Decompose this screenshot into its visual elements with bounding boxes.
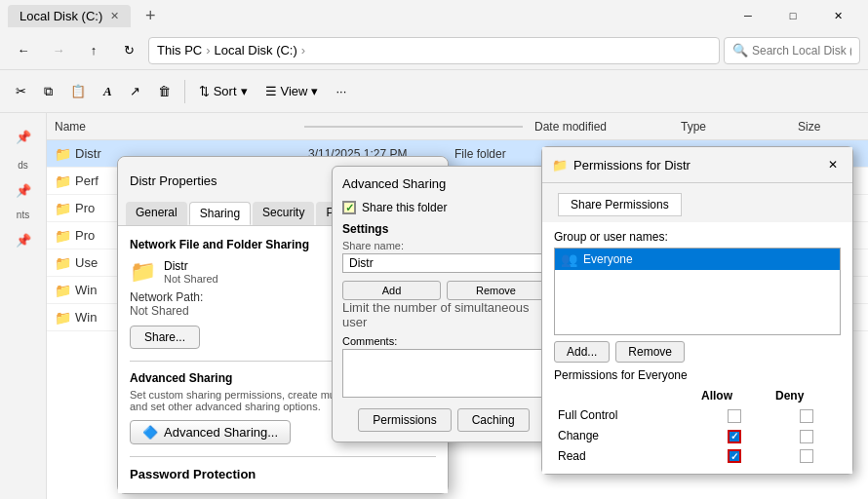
search-icon: 🔍 bbox=[732, 43, 748, 58]
file-name: Use bbox=[75, 255, 98, 270]
comments-textarea[interactable] bbox=[342, 349, 545, 398]
paste-icon: 📋 bbox=[70, 84, 86, 98]
remove-user-button[interactable]: Remove bbox=[615, 341, 685, 363]
up-button[interactable]: ↑ bbox=[78, 35, 109, 66]
share-name-input[interactable] bbox=[342, 253, 545, 273]
advanced-sharing-button[interactable]: 🔷 Advanced Sharing... bbox=[130, 420, 291, 444]
copy-icon: ⧉ bbox=[44, 84, 53, 99]
col-header-name[interactable]: Name bbox=[47, 120, 300, 134]
perm-row-fullcontrol: Full Control bbox=[554, 405, 841, 426]
maximize-button[interactable]: □ bbox=[770, 0, 815, 31]
folder-icon: 📁 bbox=[55, 310, 71, 326]
share-icon: ↗ bbox=[130, 84, 140, 98]
advanced-sharing-dialog: Advanced Sharing ✓ Share this folder Set… bbox=[332, 166, 556, 442]
share-name-row: Share name: bbox=[342, 240, 545, 273]
checkbox-fullcontrol-allow[interactable] bbox=[728, 409, 741, 423]
perm-deny-change[interactable] bbox=[771, 426, 841, 446]
share-button[interactable]: Share... bbox=[130, 326, 200, 349]
tab-general[interactable]: General bbox=[126, 202, 187, 225]
file-name: Pro bbox=[75, 201, 95, 215]
perm-row-change: Change bbox=[554, 426, 841, 446]
perm-allow-fullcontrol[interactable] bbox=[697, 405, 771, 426]
toolbar: ✂ ⧉ 📋 A ↗ 🗑 ⇅ Sort ▾ ☰ View ▾ ··· bbox=[0, 70, 868, 113]
tab-security[interactable]: Security bbox=[253, 202, 314, 225]
rename-icon: A bbox=[103, 84, 112, 99]
perm-tab-area: Share Permissions bbox=[542, 183, 852, 222]
folder-icon-large: 📁 bbox=[130, 259, 156, 285]
permissions-table: Allow Deny Full Control Change bbox=[554, 386, 841, 466]
paste-button[interactable]: 📋 bbox=[62, 76, 94, 107]
perm-deny-read[interactable] bbox=[771, 446, 841, 467]
tab-sharing[interactable]: Sharing bbox=[189, 202, 251, 225]
adv-sharing-title: Advanced Sharing bbox=[342, 176, 545, 191]
checkbox-change-deny[interactable] bbox=[800, 430, 813, 443]
sort-icon: ⇅ bbox=[199, 84, 210, 98]
file-name: Win bbox=[75, 283, 97, 297]
perm-deny-fullcontrol[interactable] bbox=[771, 405, 841, 426]
copy-button[interactable]: ⧉ bbox=[36, 76, 60, 107]
tab-close-icon[interactable]: ✕ bbox=[110, 10, 119, 22]
perm-folder-icon: 📁 bbox=[552, 158, 568, 173]
more-button[interactable]: ··· bbox=[328, 76, 354, 107]
checkbox-change-allow[interactable] bbox=[728, 430, 741, 443]
col-header-date[interactable]: Date modified bbox=[527, 120, 673, 134]
sidebar-pin-3[interactable]: 📌 bbox=[8, 224, 39, 255]
permissions-button[interactable]: Permissions bbox=[358, 408, 451, 432]
breadcrumb[interactable]: This PC › Local Disk (C:) › bbox=[148, 37, 720, 64]
delete-icon: 🗑 bbox=[158, 84, 171, 98]
perm-title-text: Permissions for Distr bbox=[573, 158, 690, 173]
folder-info: Distr Not Shared bbox=[164, 259, 218, 285]
col-allow: Allow bbox=[697, 386, 771, 405]
new-tab-button[interactable]: + bbox=[137, 2, 164, 29]
add-remove-buttons: Add Remove bbox=[342, 281, 545, 300]
add-user-button[interactable]: Add... bbox=[554, 341, 610, 363]
view-icon: ☰ bbox=[265, 84, 277, 98]
sidebar-label-ds: ds bbox=[18, 160, 28, 171]
view-chevron-icon: ▾ bbox=[311, 84, 318, 98]
checkbox-read-allow[interactable] bbox=[728, 449, 741, 463]
refresh-button[interactable]: ↻ bbox=[113, 35, 144, 66]
adv-share-btn-label: Advanced Sharing... bbox=[164, 425, 278, 440]
close-button[interactable]: ✕ bbox=[815, 0, 860, 31]
sort-button[interactable]: ⇅ Sort ▾ bbox=[191, 76, 256, 107]
perm-allow-read[interactable] bbox=[697, 446, 771, 467]
perm-name-read: Read bbox=[554, 446, 697, 467]
cut-button[interactable]: ✂ bbox=[8, 76, 34, 107]
sidebar-pin-2[interactable]: 📌 bbox=[8, 174, 39, 206]
sidebar-pin-1[interactable]: 📌 bbox=[8, 121, 39, 152]
header-separator bbox=[304, 126, 523, 128]
rename-button[interactable]: A bbox=[96, 76, 120, 107]
perm-title-bar: 📁 Permissions for Distr ✕ bbox=[542, 147, 852, 183]
share-folder-row: ✓ Share this folder bbox=[342, 201, 545, 214]
tab-label: Local Disk (C:) bbox=[20, 9, 102, 23]
share-checkbox-label: Share this folder bbox=[362, 201, 447, 214]
col-header-type[interactable]: Type bbox=[673, 120, 790, 134]
perm-section-title: Permissions for Everyone bbox=[554, 368, 841, 382]
user-row-everyone[interactable]: 👥 Everyone bbox=[555, 249, 840, 270]
remove-button[interactable]: Remove bbox=[447, 281, 545, 300]
col-header-size[interactable]: Size bbox=[790, 120, 868, 134]
checkbox-read-deny[interactable] bbox=[800, 449, 813, 463]
folder-icon: 📁 bbox=[55, 283, 71, 298]
folder-icon: 📁 bbox=[55, 255, 71, 271]
file-explorer-tab[interactable]: Local Disk (C:) ✕ bbox=[8, 5, 131, 27]
minimize-button[interactable]: ─ bbox=[726, 0, 770, 31]
caching-button[interactable]: Caching bbox=[457, 408, 530, 432]
share-permissions-tab[interactable]: Share Permissions bbox=[558, 193, 682, 216]
delete-button[interactable]: 🗑 bbox=[150, 76, 178, 107]
search-input[interactable] bbox=[752, 44, 851, 58]
view-button[interactable]: ☰ View ▾ bbox=[257, 76, 327, 107]
back-button[interactable]: ← bbox=[8, 35, 39, 66]
search-box[interactable]: 🔍 bbox=[724, 37, 860, 64]
toolbar-separator bbox=[184, 80, 185, 103]
share-folder-checkbox[interactable]: ✓ bbox=[342, 201, 356, 214]
forward-button[interactable]: → bbox=[43, 35, 74, 66]
share-button[interactable]: ↗ bbox=[122, 76, 148, 107]
folder-icon: 📁 bbox=[55, 173, 71, 189]
add-button[interactable]: Add bbox=[342, 281, 441, 300]
limit-label: Limit the number of simultaneous user bbox=[342, 300, 545, 329]
perm-close-button[interactable]: ✕ bbox=[823, 155, 843, 174]
folder-icon: 📁 bbox=[55, 228, 71, 244]
perm-allow-change[interactable] bbox=[697, 426, 771, 446]
checkbox-fullcontrol-deny[interactable] bbox=[800, 409, 813, 423]
